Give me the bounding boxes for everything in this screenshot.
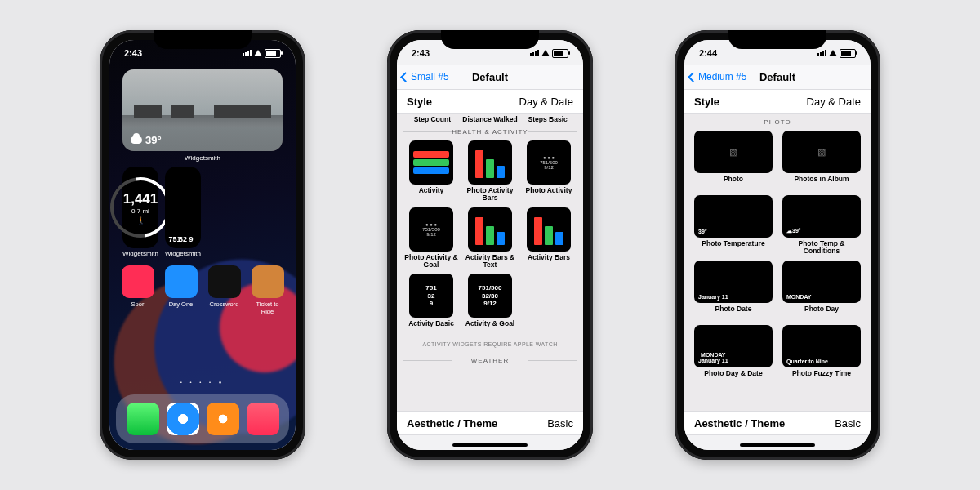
section-header: PHOTO xyxy=(684,114,871,129)
style-grid: ActivityPhoto Activity Bars● ● ●751/5009… xyxy=(397,139,583,336)
back-button[interactable]: Small #5 xyxy=(402,71,449,82)
app-ticket-to-ride[interactable]: Ticket to Ride xyxy=(251,265,284,315)
thumb-icon: ▧ xyxy=(694,131,773,173)
thumb-icon xyxy=(409,140,453,185)
style-activity-basic[interactable]: 751329Activity Basic xyxy=(403,274,459,335)
weather-photo-widget[interactable]: 39° xyxy=(122,69,283,151)
aesthetic-row[interactable]: Aesthetic / Theme Basic xyxy=(684,411,871,435)
app-label: Soor xyxy=(121,301,154,308)
style-photo-activity-goal[interactable]: ● ● ●751/5009/12Photo Activity & Goal xyxy=(403,207,459,270)
cell-label[interactable]: Step Count xyxy=(403,115,461,123)
battery-icon xyxy=(840,49,856,58)
app-label: Day One xyxy=(164,301,198,308)
widget-label: Widgetsmith xyxy=(118,154,287,162)
scroll-area[interactable]: PHOTO ▧Photo▧Photos in Album39°Photo Tem… xyxy=(684,114,871,411)
thumb-icon xyxy=(468,207,512,252)
style-photos-album[interactable]: ▧Photos in Album xyxy=(781,131,862,190)
style-photo-temp-cond[interactable]: ☁39°Photo Temp & Conditions xyxy=(781,195,862,256)
style-activity-bars-text[interactable]: Activity Bars & Text xyxy=(462,207,518,270)
style-activity-goal[interactable]: 751/50032/309/12Activity & Goal xyxy=(462,274,518,335)
cell-label: Photos in Album xyxy=(781,176,862,190)
home-indicator[interactable] xyxy=(452,443,528,447)
style-photo-temp[interactable]: 39°Photo Temperature xyxy=(693,195,774,256)
home-indicator[interactable] xyxy=(740,443,815,447)
temperature-value: 39° xyxy=(145,134,162,146)
scroll-area[interactable]: Step Count Distance Walked Steps Basic H… xyxy=(397,114,583,411)
back-button[interactable]: Medium #5 xyxy=(689,71,746,82)
cellular-icon xyxy=(530,50,539,56)
wifi-icon xyxy=(541,50,550,56)
page-dots[interactable]: • • • • ● xyxy=(109,380,296,385)
activity-bars-widget[interactable]: 751329 xyxy=(165,167,201,248)
chevron-left-icon xyxy=(400,72,411,82)
cell-label: Photo Activity xyxy=(521,187,577,202)
phone-small-styles: 2:43 Small #5 Default Style Day & Date S… xyxy=(387,30,593,460)
cell-label: Photo Temp & Conditions xyxy=(781,240,862,256)
thumb-icon: ☁39° xyxy=(782,195,861,238)
style-row[interactable]: Style Day & Date xyxy=(684,89,871,114)
app-icon xyxy=(252,265,284,298)
aesthetic-row[interactable]: Aesthetic / Theme Basic xyxy=(397,411,583,435)
style-photo-fuzzy[interactable]: Quarter to NinePhoto Fuzzy Time xyxy=(781,325,862,385)
battery-icon xyxy=(265,49,281,58)
style-photo-day[interactable]: MONDAYPhoto Day xyxy=(781,261,862,320)
safari-icon[interactable] xyxy=(167,403,199,435)
app-row: SoorDay OneCrosswordTicket to Ride xyxy=(109,257,296,323)
empty-cell xyxy=(521,274,577,335)
app-icon xyxy=(208,265,241,298)
style-row[interactable]: Style Day & Date xyxy=(397,89,583,114)
app-crossword[interactable]: Crossword xyxy=(207,265,241,315)
cell-label: Photo Fuzzy Time xyxy=(781,370,862,385)
section-header: HEALTH & ACTIVITY xyxy=(397,123,583,139)
cell-label: Activity & Goal xyxy=(462,320,518,335)
style-activity-bars[interactable]: Activity Bars xyxy=(521,207,577,270)
cell-label[interactable]: Distance Walked xyxy=(461,115,519,123)
notch xyxy=(728,30,826,49)
cloud-icon xyxy=(131,136,142,144)
style-value: Day & Date xyxy=(807,96,861,108)
thumb-icon xyxy=(468,140,512,185)
app-icon xyxy=(122,265,154,298)
cell-label[interactable]: Steps Basic xyxy=(519,115,577,123)
style-label: Style xyxy=(694,96,719,108)
music-icon[interactable] xyxy=(247,403,279,435)
style-photo-date[interactable]: January 11Photo Date xyxy=(693,261,774,320)
status-indicators xyxy=(817,49,856,58)
cell-label: Activity xyxy=(403,187,459,202)
notch xyxy=(154,30,252,49)
bar-value: 32 xyxy=(179,235,187,243)
style-grid: ▧Photo▧Photos in Album39°Photo Temperatu… xyxy=(684,129,871,386)
app-day-one[interactable]: Day One xyxy=(164,265,198,315)
walker-icon: 🚶 xyxy=(123,216,158,225)
style-photo-activity-bars[interactable]: Photo Activity Bars xyxy=(462,140,518,203)
thumb-icon xyxy=(527,207,571,252)
bar-value: 9 xyxy=(189,235,194,243)
thumb-icon: ● ● ●751/5009/12 xyxy=(409,207,453,252)
battery-icon xyxy=(552,49,568,58)
step-distance: 0.7 mi xyxy=(123,207,158,215)
cell-label: Photo Day & Date xyxy=(693,370,774,385)
status-indicators xyxy=(530,49,568,58)
style-value: Day & Date xyxy=(519,96,573,108)
cell-label: Photo Activity & Goal xyxy=(403,254,459,270)
overcast-icon[interactable] xyxy=(207,403,239,435)
widget-label: Widgetsmith xyxy=(165,250,201,257)
phone-medium-styles: 2:44 Medium #5 Default Style Day & Date … xyxy=(675,30,880,460)
app-soor[interactable]: Soor xyxy=(121,265,154,315)
style-activity[interactable]: Activity xyxy=(403,140,459,203)
chevron-left-icon xyxy=(688,72,698,82)
style-photo-activity[interactable]: ● ● ●751/5009/12Photo Activity xyxy=(521,140,577,203)
style-photo-day-date[interactable]: MONDAYJanuary 11Photo Day & Date xyxy=(693,325,774,385)
cell-label: Photo Temperature xyxy=(693,240,774,255)
cell-label: Activity Bars & Text xyxy=(462,254,518,270)
style-label: Style xyxy=(407,96,432,108)
widget-label: Widgetsmith xyxy=(122,250,158,257)
messages-icon[interactable] xyxy=(127,403,159,435)
style-photo[interactable]: ▧Photo xyxy=(693,131,774,190)
home-screen[interactable]: 2:43 39° xyxy=(109,40,296,450)
thumb-icon: 751329 xyxy=(409,274,453,318)
app-label: Ticket to Ride xyxy=(251,301,284,315)
step-widget[interactable]: 1,441 0.7 mi 🚶 xyxy=(122,167,158,248)
thumb-icon: 39° xyxy=(694,195,773,238)
stage: 2:43 39° xyxy=(0,0,980,490)
